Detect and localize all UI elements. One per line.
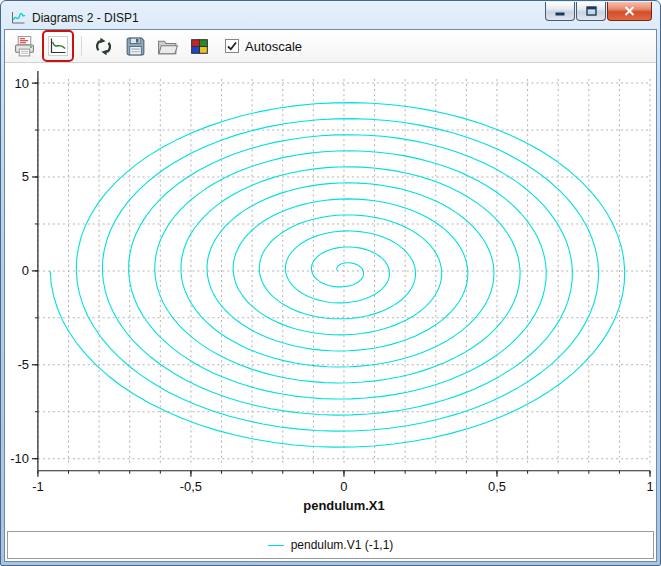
palette-button[interactable] <box>185 32 213 60</box>
autoscale-checkbox[interactable] <box>225 39 239 53</box>
toolbar: Autoscale <box>5 30 656 63</box>
open-button[interactable] <box>153 32 181 60</box>
print-button[interactable] <box>10 32 38 60</box>
refresh-button[interactable] <box>89 32 117 60</box>
window: Diagrams 2 - DISP1 <box>0 0 661 566</box>
app-icon <box>10 10 26 26</box>
plot-area[interactable]: -1-0,500,511050-5-10pendulum.X1 <box>5 63 656 529</box>
palette-icon <box>188 35 211 58</box>
save-icon <box>124 35 147 58</box>
svg-text:-10: -10 <box>10 451 29 466</box>
print-icon <box>13 35 36 58</box>
legend-label: pendulum.V1 (-1,1) <box>291 538 394 552</box>
open-icon <box>156 35 179 58</box>
svg-text:0: 0 <box>340 479 347 494</box>
svg-text:-5: -5 <box>17 357 29 372</box>
close-icon <box>624 6 635 16</box>
svg-text:5: 5 <box>22 169 29 184</box>
maximize-button[interactable] <box>576 2 606 21</box>
svg-text:-1: -1 <box>32 479 44 494</box>
plot-svg: -1-0,500,511050-5-10pendulum.X1 <box>5 63 656 529</box>
refresh-icon <box>92 35 115 58</box>
maximize-icon <box>586 6 597 16</box>
legend: pendulum.V1 (-1,1) <box>7 531 654 559</box>
svg-text:10: 10 <box>15 76 29 91</box>
caption-buttons <box>545 2 652 21</box>
svg-text:1: 1 <box>646 479 653 494</box>
save-button[interactable] <box>121 32 149 60</box>
legend-line-swatch <box>268 545 284 546</box>
svg-text:0,5: 0,5 <box>488 479 506 494</box>
close-button[interactable] <box>607 2 652 21</box>
diagram-icon <box>47 35 69 57</box>
minimize-button[interactable] <box>545 2 575 21</box>
svg-text:pendulum.X1: pendulum.X1 <box>303 498 384 513</box>
highlight-box <box>42 30 74 62</box>
toolbar-separator <box>81 36 82 56</box>
window-content: Autoscale -1-0,500,511050-5-10pendulum.X… <box>4 29 657 562</box>
new-diagram-button[interactable] <box>45 33 71 59</box>
autoscale-toggle[interactable]: Autoscale <box>225 39 302 54</box>
minimize-icon <box>555 6 565 16</box>
svg-text:0: 0 <box>22 263 29 278</box>
window-title: Diagrams 2 - DISP1 <box>32 11 139 25</box>
autoscale-label: Autoscale <box>245 39 302 54</box>
checkmark-icon <box>226 40 238 52</box>
svg-text:-0,5: -0,5 <box>180 479 202 494</box>
